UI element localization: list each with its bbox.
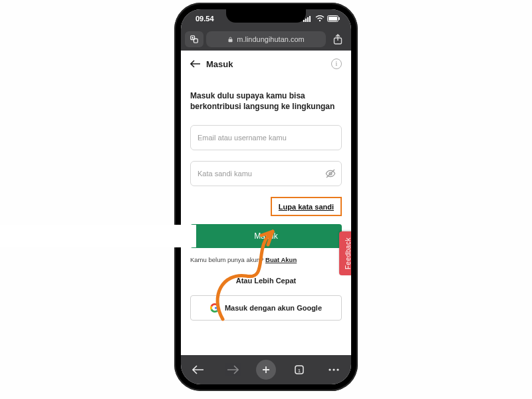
svg-rect-1 [305, 19, 307, 22]
password-field[interactable]: Kata sandi kamu [190, 161, 342, 186]
browser-new-tab-button[interactable] [256, 360, 276, 380]
url-pill[interactable]: m.lindungihutan.com [206, 31, 326, 47]
password-placeholder: Kata sandi kamu [198, 170, 252, 178]
browser-menu-button[interactable] [323, 358, 345, 381]
create-account-prefix: Kamu belum punya akun? [190, 256, 265, 263]
svg-point-18 [336, 368, 338, 370]
page-title: Masuk [206, 59, 233, 69]
phone-screen: 09.54 m.lindungihutan.com [181, 9, 351, 384]
svg-rect-2 [307, 17, 309, 22]
svg-point-16 [329, 368, 331, 370]
svg-rect-3 [309, 16, 311, 22]
eye-off-icon[interactable] [325, 168, 336, 179]
login-prompt: Masuk dulu supaya kamu bisa berkontribus… [190, 90, 342, 112]
svg-rect-10 [229, 39, 233, 42]
email-placeholder: Email atau username kamu [198, 134, 287, 142]
back-icon[interactable] [190, 60, 201, 68]
browser-url-bar: m.lindungihutan.com [181, 28, 351, 51]
google-login-button[interactable]: Masuk dengan akun Google [190, 295, 342, 321]
login-page: Masuk Masuk dulu supaya kamu bisa berkon… [181, 51, 351, 355]
forgot-highlight: Lupa kata sandi [271, 197, 342, 216]
feedback-label: Feedback [344, 237, 352, 269]
login-button[interactable]: Masuk [190, 224, 342, 248]
email-field[interactable]: Email atau username kamu [190, 125, 342, 150]
svg-point-17 [332, 368, 334, 370]
feedback-tab[interactable]: Feedback [339, 231, 351, 275]
page-glare [0, 225, 196, 247]
browser-forward-button[interactable] [221, 358, 244, 381]
forgot-password-link[interactable]: Lupa kata sandi [276, 201, 336, 212]
phone-notch [226, 9, 306, 23]
google-icon [210, 303, 219, 313]
login-button-label: Masuk [254, 231, 277, 241]
svg-rect-6 [339, 17, 340, 20]
battery-icon [327, 15, 340, 22]
login-form: Masuk dulu supaya kamu bisa berkontribus… [181, 77, 351, 321]
lock-icon [227, 37, 233, 43]
translate-button[interactable] [185, 31, 203, 47]
browser-back-button[interactable] [187, 358, 209, 381]
create-account-row: Kamu belum punya akun? Buat Akun [190, 256, 342, 263]
browser-tabs-button[interactable]: 1 [288, 358, 311, 381]
page-header: Masuk [181, 51, 351, 77]
svg-text:1: 1 [298, 368, 301, 374]
status-icons [303, 15, 340, 22]
google-button-label: Masuk dengan akun Google [225, 304, 322, 312]
url-text: m.lindungihutan.com [237, 35, 305, 43]
create-account-link[interactable]: Buat Akun [265, 256, 297, 263]
svg-rect-7 [329, 17, 337, 21]
share-button[interactable] [329, 31, 347, 47]
status-time: 09.54 [196, 15, 214, 23]
wifi-icon [315, 15, 325, 22]
browser-bottom-bar: 1 [181, 355, 351, 384]
forgot-row: Lupa kata sandi [190, 197, 342, 216]
svg-point-4 [319, 20, 321, 21]
phone-frame: 09.54 m.lindungihutan.com [174, 3, 358, 391]
svg-rect-0 [303, 20, 305, 22]
info-icon[interactable] [331, 59, 342, 69]
or-faster-label: Atau Lebih Cepat [190, 277, 342, 285]
